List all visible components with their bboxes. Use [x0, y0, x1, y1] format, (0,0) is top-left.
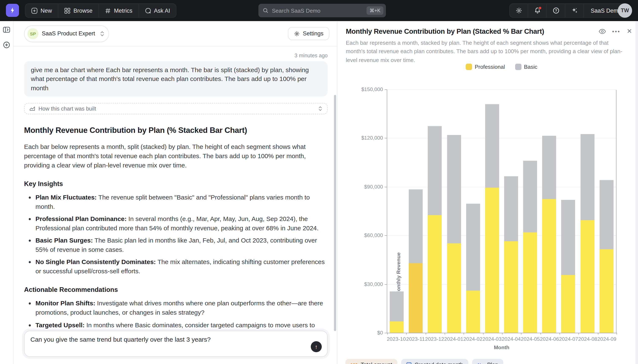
bar-segment-basic[interactable]	[580, 134, 594, 220]
top-navbar: NewBrowseMetricsAsk AI Search SaaS Demo …	[0, 0, 638, 21]
recommendations-list: Monitor Plan Shifts: Investigate what dr…	[24, 299, 328, 329]
agent-settings-button[interactable]: Settings	[288, 27, 329, 40]
stacked-bar-2023-11[interactable]	[409, 189, 423, 333]
bar-segment-professional[interactable]	[599, 249, 613, 333]
bar-segment-basic[interactable]	[485, 104, 499, 188]
bar-segment-professional[interactable]	[561, 275, 575, 333]
bar-segment-basic[interactable]	[447, 135, 461, 243]
x-axis-tick	[387, 333, 388, 334]
bar-segment-professional[interactable]	[447, 244, 461, 333]
chat-header: SP SaaS Product Expert Settings	[14, 21, 337, 46]
nav-button-label: Metrics	[114, 8, 132, 14]
user-avatar[interactable]: TW	[618, 3, 632, 18]
nav-button-new[interactable]: New	[25, 4, 58, 17]
x-axis-tick	[598, 333, 598, 334]
panel-scrollbar[interactable]	[635, 21, 638, 364]
more-options-button[interactable]: •••	[612, 28, 620, 34]
bar-segment-professional[interactable]	[390, 322, 404, 333]
calendar-icon: 1	[406, 362, 412, 364]
bar-segment-professional[interactable]	[409, 263, 423, 333]
ai-sparkles-button[interactable]	[565, 4, 584, 17]
bar-segment-basic[interactable]	[428, 126, 442, 215]
recommendation-item: Targeted Upsell: In months where Basic d…	[36, 320, 328, 329]
lightning-bolt-icon	[9, 7, 16, 14]
legend-item-basic[interactable]: Basic	[515, 64, 537, 70]
x-axis-tick	[483, 333, 483, 334]
eye-icon	[599, 28, 606, 34]
agent-selector[interactable]: SP SaaS Product Expert	[24, 25, 109, 42]
x-axis-tick-label: 2023-11	[406, 336, 425, 342]
stacked-bar-2024-03[interactable]	[485, 104, 499, 333]
bars-container	[387, 90, 616, 333]
nav-button-metrics[interactable]: Metrics	[99, 4, 139, 17]
legend-item-professional[interactable]: Professional	[466, 64, 505, 70]
field-pill-plan[interactable]: AbcPlan	[472, 359, 503, 364]
stacked-bar-2024-08[interactable]	[580, 134, 594, 333]
bar-segment-basic[interactable]	[523, 161, 537, 232]
assistant-response: Monthly Revenue Contribution by Plan (% …	[24, 126, 328, 329]
bar-segment-professional[interactable]	[542, 199, 556, 333]
app-window: NewBrowseMetricsAsk AI Search SaaS Demo …	[0, 0, 638, 364]
field-pill-total-amount[interactable]: 123Total amount	[345, 359, 397, 364]
stacked-bar-2024-07[interactable]	[561, 200, 575, 333]
stacked-bar-2024-09[interactable]	[599, 180, 613, 333]
user-message-bubble: give me a bar chart where Each bar repre…	[24, 61, 328, 96]
bar-segment-basic[interactable]	[409, 189, 423, 263]
insight-item-lead: Plan Mix Fluctuates:	[36, 194, 97, 201]
nav-button-label: New	[41, 8, 52, 14]
x-axis-tick	[559, 333, 560, 334]
x-axis-tick-label: 2024-09	[597, 336, 616, 342]
new-thread-button[interactable]	[3, 41, 10, 48]
close-panel-button[interactable]: ✕	[627, 28, 632, 35]
nav-button-browse[interactable]: Browse	[58, 4, 99, 17]
chat-input[interactable]	[31, 336, 301, 352]
stacked-bar-2024-01[interactable]	[447, 135, 461, 333]
stacked-bar-2024-02[interactable]	[466, 204, 480, 333]
x-axis-tick-label: 2024-03	[482, 336, 502, 342]
send-button[interactable]: ↑	[311, 341, 322, 352]
bar-band	[578, 90, 597, 333]
search-input[interactable]: Search SaaS Demo ⌘+K	[258, 4, 386, 17]
bar-segment-professional[interactable]	[580, 220, 594, 333]
stacked-bar-2023-10[interactable]	[390, 292, 404, 333]
x-axis-tick-label: 2024-01	[444, 336, 463, 342]
nav-button-ask-ai[interactable]: Ask AI	[139, 4, 176, 17]
x-axis-tick	[464, 333, 464, 334]
view-underlying-data-button[interactable]	[599, 28, 606, 34]
bar-segment-professional[interactable]	[485, 188, 499, 333]
field-pill-created-date-month[interactable]: 1Created date month	[401, 359, 468, 364]
x-axis-tick	[540, 333, 541, 334]
bar-segment-professional[interactable]	[466, 290, 480, 333]
chart-panel: Monthly Revenue Contribution by Plan (St…	[337, 21, 638, 364]
abc-field-icon: Abc	[477, 362, 484, 364]
notifications-button[interactable]	[528, 4, 547, 17]
bar-segment-basic[interactable]	[466, 204, 480, 290]
stacked-bar-2024-06[interactable]	[542, 136, 556, 333]
bar-segment-basic[interactable]	[561, 200, 575, 275]
chat-panel: SP SaaS Product Expert Settings 3 minute…	[14, 21, 337, 364]
bar-segment-basic[interactable]	[504, 176, 518, 241]
chart-panel-actions: ••• ✕	[599, 28, 632, 35]
settings-gear-button[interactable]	[510, 4, 528, 17]
bar-band	[559, 90, 578, 333]
insight-item: Basic Plan Surges: The Basic plan led in…	[36, 236, 328, 254]
stacked-bar-2024-05[interactable]	[523, 161, 537, 333]
bar-segment-professional[interactable]	[523, 232, 537, 333]
bar-segment-professional[interactable]	[504, 241, 518, 333]
stacked-bar-2024-04[interactable]	[504, 176, 518, 333]
x-axis-tick	[502, 333, 502, 334]
bar-segment-basic[interactable]	[390, 292, 404, 322]
bar-segment-professional[interactable]	[428, 215, 442, 333]
chat-input-area: ↑	[14, 329, 337, 364]
chat-scrollbar[interactable]	[334, 95, 336, 331]
x-axis-tick-label: 2023-12	[425, 336, 444, 342]
x-axis-tick	[616, 333, 617, 334]
how-chart-built-toggle[interactable]: How this chart was built	[24, 103, 328, 114]
stacked-bar-2023-12[interactable]	[428, 126, 442, 333]
bar-segment-basic[interactable]	[599, 180, 613, 249]
bar-segment-basic[interactable]	[542, 136, 556, 199]
lightdash-logo[interactable]	[6, 4, 19, 17]
response-intro: Each bar below represents a month, split…	[24, 142, 328, 170]
toggle-sidebar-button[interactable]	[3, 26, 10, 33]
help-button[interactable]: ?	[547, 4, 565, 17]
